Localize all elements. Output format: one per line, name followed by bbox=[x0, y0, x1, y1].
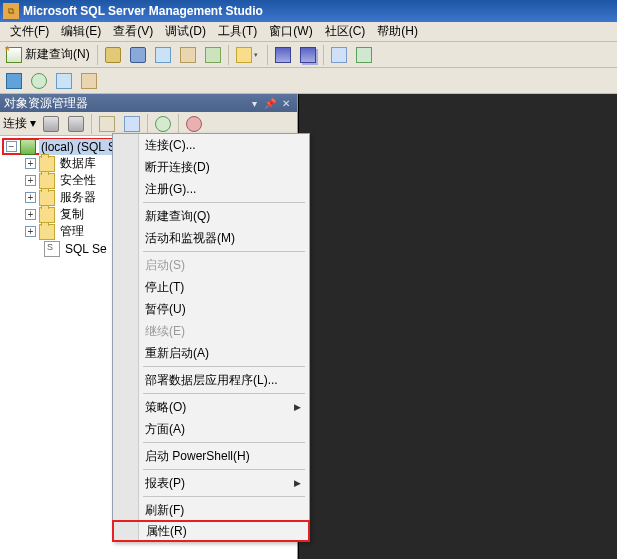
dim-icon bbox=[81, 73, 97, 89]
tree-toggle[interactable]: + bbox=[25, 192, 36, 203]
connect-dropdown[interactable]: 连接 ▾ bbox=[3, 115, 36, 132]
regsvr-button[interactable] bbox=[327, 44, 351, 66]
tree-node-label: 管理 bbox=[58, 222, 86, 241]
menu-item-停止t[interactable]: 停止(T) bbox=[113, 276, 309, 298]
menu-item-部署数据层应用程序l[interactable]: 部署数据层应用程序(L)... bbox=[113, 369, 309, 391]
menu-item-label: 暂停(U) bbox=[145, 301, 186, 318]
menu-item-继续e: 继续(E) bbox=[113, 320, 309, 342]
new-query-button[interactable]: 新建查询(N) bbox=[2, 44, 94, 66]
open-button[interactable]: ▾ bbox=[232, 44, 264, 66]
menu-item-label: 刷新(F) bbox=[145, 502, 184, 519]
tb2-button-4[interactable] bbox=[77, 70, 101, 92]
tb2-button-3[interactable] bbox=[52, 70, 76, 92]
toolbar-divider bbox=[228, 45, 229, 65]
tree-toggle[interactable]: + bbox=[25, 175, 36, 186]
menu-item-0[interactable]: 文件(F) bbox=[4, 21, 55, 42]
menu-item-注册g[interactable]: 注册(G)... bbox=[113, 178, 309, 200]
panel-pin-icon[interactable]: 📌 bbox=[263, 96, 277, 110]
menu-item-属性r[interactable]: 属性(R) bbox=[112, 520, 310, 542]
tb2-button-2[interactable] bbox=[27, 70, 51, 92]
menu-item-断开连接d[interactable]: 断开连接(D) bbox=[113, 156, 309, 178]
mdi-background bbox=[298, 94, 617, 559]
tree-toggle[interactable]: + bbox=[25, 209, 36, 220]
menu-item-label: 重新启动(A) bbox=[145, 345, 209, 362]
toolbar-divider bbox=[178, 114, 179, 134]
folder-icon bbox=[39, 224, 55, 240]
title-bar: ⧉ Microsoft SQL Server Management Studio bbox=[0, 0, 617, 22]
folder-icon bbox=[39, 207, 55, 223]
menu-item-label: 新建查询(Q) bbox=[145, 208, 210, 225]
menu-item-新建查询q[interactable]: 新建查询(Q) bbox=[113, 205, 309, 227]
menu-item-label: 活动和监视器(M) bbox=[145, 230, 235, 247]
toolbar-button-1[interactable] bbox=[101, 44, 125, 66]
panel-close-icon[interactable]: ✕ bbox=[279, 96, 293, 110]
stop-icon bbox=[99, 116, 115, 132]
database-engine-icon bbox=[105, 47, 121, 63]
server-icon bbox=[20, 139, 36, 155]
save-all-icon bbox=[300, 47, 316, 63]
tree-toggle[interactable]: − bbox=[6, 141, 17, 152]
new-query-icon bbox=[6, 47, 22, 63]
new-query-label: 新建查询(N) bbox=[25, 46, 90, 63]
menu-item-刷新f[interactable]: 刷新(F) bbox=[113, 499, 309, 521]
menu-item-4[interactable]: 工具(T) bbox=[212, 21, 263, 42]
dropdown-icon: ▾ bbox=[252, 51, 260, 59]
menu-item-1[interactable]: 编辑(E) bbox=[55, 21, 107, 42]
menu-item-label: 启动 PowerShell(H) bbox=[145, 448, 250, 465]
menu-item-5[interactable]: 窗口(W) bbox=[263, 21, 318, 42]
connect-button[interactable] bbox=[39, 113, 63, 135]
toolbar-divider bbox=[97, 45, 98, 65]
folder-icon bbox=[39, 156, 55, 172]
toolbar-button-3[interactable] bbox=[151, 44, 175, 66]
menu-item-连接c[interactable]: 连接(C)... bbox=[113, 134, 309, 156]
refresh-button[interactable] bbox=[151, 113, 175, 135]
menu-item-label: 停止(T) bbox=[145, 279, 184, 296]
filter-button[interactable] bbox=[120, 113, 144, 135]
menu-item-方面a[interactable]: 方面(A) bbox=[113, 418, 309, 440]
menu-item-label: 策略(O) bbox=[145, 399, 186, 416]
tree-toggle[interactable]: + bbox=[25, 226, 36, 237]
submenu-arrow-icon: ▶ bbox=[294, 478, 301, 488]
menu-item-策略o[interactable]: 策略(O)▶ bbox=[113, 396, 309, 418]
menu-item-label: 部署数据层应用程序(L)... bbox=[145, 372, 278, 389]
toolbar-button-4[interactable] bbox=[176, 44, 200, 66]
stop-button[interactable] bbox=[95, 113, 119, 135]
tree-toggle[interactable]: + bbox=[25, 158, 36, 169]
menu-item-重新启动a[interactable]: 重新启动(A) bbox=[113, 342, 309, 364]
panel-header: 对象资源管理器 ▾ 📌 ✕ bbox=[0, 94, 297, 112]
save-all-button[interactable] bbox=[296, 44, 320, 66]
menu-separator bbox=[143, 442, 305, 443]
disconnect-button[interactable] bbox=[64, 113, 88, 135]
toolbar-button-2[interactable] bbox=[126, 44, 150, 66]
panel-dropdown-icon[interactable]: ▾ bbox=[247, 96, 261, 110]
tb2-button-1[interactable] bbox=[2, 70, 26, 92]
window-title: Microsoft SQL Server Management Studio bbox=[23, 4, 263, 18]
toolbar-divider bbox=[323, 45, 324, 65]
activity-monitor-button[interactable] bbox=[352, 44, 376, 66]
xmla-icon bbox=[205, 47, 221, 63]
filter-icon bbox=[124, 116, 140, 132]
menu-item-6[interactable]: 社区(C) bbox=[319, 21, 372, 42]
save-button[interactable] bbox=[271, 44, 295, 66]
menu-separator bbox=[143, 469, 305, 470]
menu-item-2[interactable]: 查看(V) bbox=[107, 21, 159, 42]
menu-item-报表p[interactable]: 报表(P)▶ bbox=[113, 472, 309, 494]
main-toolbar: 新建查询(N) ▾ bbox=[0, 42, 617, 68]
menu-item-暂停u[interactable]: 暂停(U) bbox=[113, 298, 309, 320]
folder-icon bbox=[39, 190, 55, 206]
menu-item-label: 断开连接(D) bbox=[145, 159, 210, 176]
toolbar-button-5[interactable] bbox=[201, 44, 225, 66]
menu-item-启动 powershellh[interactable]: 启动 PowerShell(H) bbox=[113, 445, 309, 467]
menu-item-label: 启动(S) bbox=[145, 257, 185, 274]
toolbar-divider bbox=[267, 45, 268, 65]
tree-node-label: SQL Se bbox=[63, 241, 109, 257]
connect-icon bbox=[43, 116, 59, 132]
menu-item-label: 报表(P) bbox=[145, 475, 185, 492]
secure-button[interactable] bbox=[182, 113, 206, 135]
menu-item-活动和监视器m[interactable]: 活动和监视器(M) bbox=[113, 227, 309, 249]
save-icon bbox=[275, 47, 291, 63]
menu-item-3[interactable]: 调试(D) bbox=[159, 21, 212, 42]
open-icon bbox=[236, 47, 252, 63]
toolbar-divider bbox=[91, 114, 92, 134]
menu-item-7[interactable]: 帮助(H) bbox=[371, 21, 424, 42]
